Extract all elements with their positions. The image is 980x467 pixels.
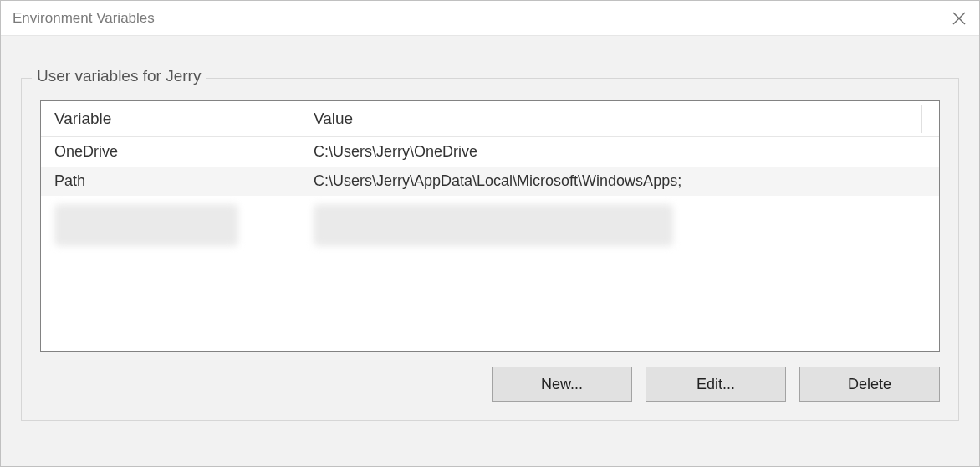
column-header-value[interactable]: Value: [314, 110, 926, 128]
cell-value: C:\Users\Jerry\AppData\Local\Microsoft\W…: [314, 172, 926, 190]
close-icon: [952, 12, 966, 25]
cell-variable: Path: [54, 172, 314, 190]
list-header: Variable Value: [41, 101, 939, 137]
user-variables-list[interactable]: Variable Value OneDrive C:\Users\Jerry\O…: [40, 100, 940, 352]
edit-button[interactable]: Edit...: [646, 367, 786, 402]
close-button[interactable]: [939, 1, 979, 36]
user-variables-group: User variables for Jerry Variable Value …: [21, 78, 959, 421]
titlebar: Environment Variables: [1, 1, 979, 36]
new-button[interactable]: New...: [492, 367, 632, 402]
environment-variables-dialog: Environment Variables User variables for…: [0, 0, 980, 467]
redacted-rows: [54, 196, 926, 254]
table-row[interactable]: Path C:\Users\Jerry\AppData\Local\Micros…: [41, 167, 939, 196]
column-header-variable[interactable]: Variable: [54, 110, 314, 128]
cell-variable: OneDrive: [54, 143, 314, 161]
delete-button[interactable]: Delete: [799, 367, 940, 402]
cell-value: C:\Users\Jerry\OneDrive: [314, 143, 926, 161]
user-variables-buttons: New... Edit... Delete: [40, 367, 940, 402]
table-row[interactable]: OneDrive C:\Users\Jerry\OneDrive: [41, 137, 939, 167]
window-title: Environment Variables: [13, 10, 939, 27]
group-legend: User variables for Jerry: [32, 67, 206, 85]
dialog-client-area: User variables for Jerry Variable Value …: [1, 36, 979, 466]
